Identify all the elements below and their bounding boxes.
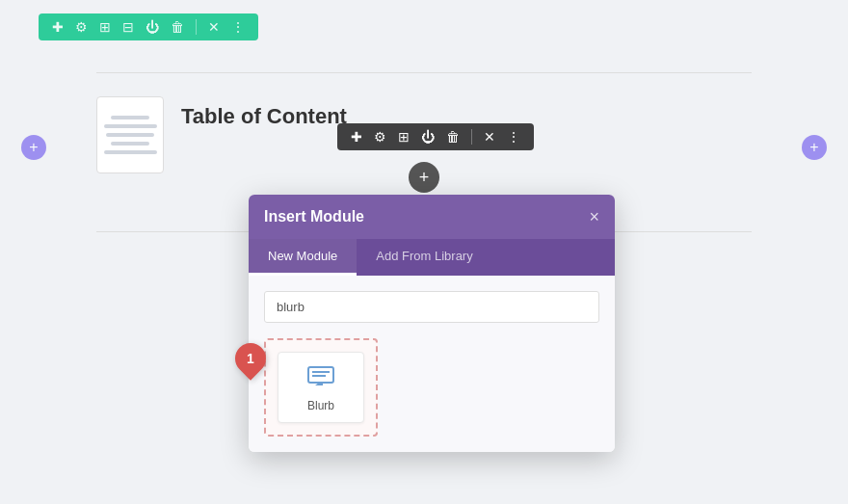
insert-module-modal: Insert Module × New Module Add From Libr… (249, 195, 615, 452)
tab-new-module[interactable]: New Module (249, 239, 357, 276)
toc-line-1 (111, 116, 149, 119)
modal-tabs: New Module Add From Library (249, 239, 615, 276)
second-close-icon[interactable]: ✕ (484, 129, 495, 145)
close-icon[interactable]: ✕ (208, 19, 220, 35)
trash-icon[interactable]: 🗑 (171, 19, 184, 35)
modal-close-button[interactable]: × (589, 208, 599, 225)
module-grid-area: Blurb (264, 338, 378, 437)
add-right-button[interactable]: + (802, 135, 827, 160)
grid-icon[interactable]: ⊞ (99, 19, 111, 35)
toc-title: Table of Content (181, 96, 347, 129)
toolbar-divider (196, 19, 197, 35)
toc-line-3 (106, 133, 154, 137)
second-power-icon[interactable]: ⏻ (421, 129, 435, 145)
divider-top (96, 72, 752, 73)
module-search-input[interactable] (264, 291, 599, 323)
add-icon[interactable]: ✚ (52, 19, 64, 35)
columns-icon[interactable]: ⊟ (122, 19, 134, 35)
toc-line-2 (104, 124, 157, 128)
second-grid-icon[interactable]: ⊞ (398, 129, 410, 145)
add-center-button[interactable]: + (409, 162, 439, 193)
second-trash-icon[interactable]: 🗑 (446, 129, 460, 145)
second-toolbar: ✚ ⚙ ⊞ ⏻ 🗑 ✕ ⋮ (337, 123, 534, 150)
step-number: 1 (247, 351, 254, 366)
modal-title: Insert Module (264, 208, 364, 225)
more-icon[interactable]: ⋮ (231, 19, 245, 35)
blurb-module-label: Blurb (307, 399, 334, 412)
second-gear-icon[interactable]: ⚙ (374, 129, 386, 145)
tab-add-from-library[interactable]: Add From Library (357, 239, 491, 276)
power-icon[interactable]: ⏻ (146, 19, 159, 35)
add-right-icon: + (809, 139, 818, 156)
blurb-icon (307, 366, 334, 393)
second-more-icon[interactable]: ⋮ (507, 129, 520, 145)
top-toolbar: ✚ ⚙ ⊞ ⊟ ⏻ 🗑 ✕ ⋮ (39, 13, 258, 40)
toc-block: Table of Content (96, 96, 347, 173)
add-left-icon: + (29, 139, 38, 156)
toc-line-4 (111, 142, 149, 146)
blurb-module-item[interactable]: Blurb (278, 352, 364, 423)
second-add-icon[interactable]: ✚ (351, 129, 362, 145)
add-center-icon: + (419, 168, 430, 188)
modal-body: Blurb (249, 276, 615, 452)
toc-line-5 (104, 150, 157, 154)
add-left-button[interactable]: + (21, 135, 46, 160)
modal-header: Insert Module × (249, 195, 615, 239)
toc-icon-box (96, 96, 164, 173)
second-toolbar-divider (471, 129, 472, 145)
gear-icon[interactable]: ⚙ (75, 19, 88, 35)
